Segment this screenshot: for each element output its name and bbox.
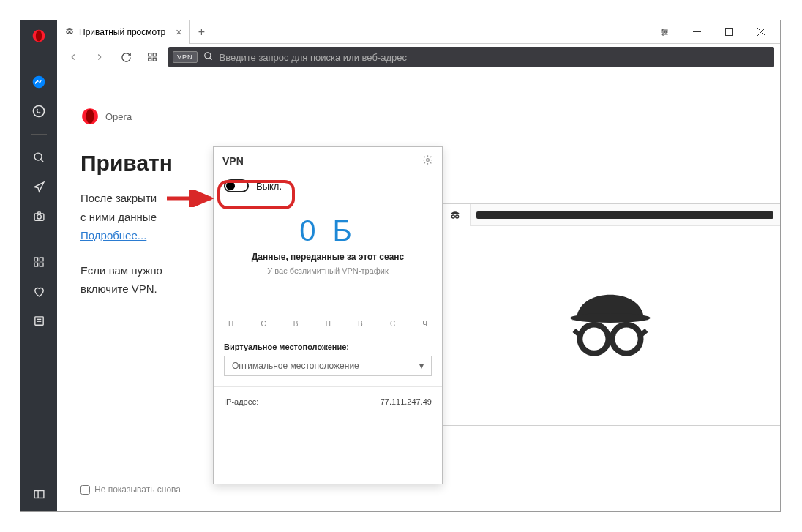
- search-icon[interactable]: [29, 149, 49, 165]
- svg-point-34: [204, 52, 210, 58]
- svg-rect-15: [34, 490, 44, 498]
- left-sidebar: [20, 20, 57, 511]
- svg-rect-11: [40, 263, 43, 266]
- svg-point-25: [662, 33, 664, 34]
- speeddial-button[interactable]: [142, 47, 162, 67]
- vpn-chart: П С В П В С Ч: [224, 312, 432, 328]
- news-icon[interactable]: [29, 312, 49, 329]
- vpn-toggle[interactable]: [224, 179, 249, 192]
- tab-private[interactable]: Приватный просмотр ×: [57, 20, 190, 44]
- opera-brand: Opera: [80, 107, 780, 126]
- browser-window: Приватный просмотр × + VPN Введите запро…: [20, 20, 781, 512]
- svg-point-4: [34, 153, 42, 160]
- svg-point-37: [86, 109, 94, 124]
- easy-setup-icon[interactable]: [650, 23, 679, 42]
- sidebar-separator: [31, 134, 47, 135]
- svg-rect-32: [149, 58, 151, 61]
- vpn-data-amount: 0 Б: [214, 214, 442, 247]
- svg-rect-31: [153, 53, 156, 56]
- tab-close-icon[interactable]: ×: [176, 26, 181, 38]
- gear-icon[interactable]: [422, 154, 433, 168]
- address-bar[interactable]: VPN Введите запрос для поиска или веб-ад…: [168, 47, 774, 67]
- svg-point-41: [570, 313, 650, 323]
- day-label: В: [358, 320, 363, 328]
- svg-point-7: [37, 214, 41, 219]
- day-label: П: [228, 320, 233, 328]
- heart-icon[interactable]: [29, 283, 49, 299]
- ip-value: 77.111.247.49: [381, 397, 432, 406]
- dont-show-input[interactable]: [80, 485, 90, 495]
- new-tab-button[interactable]: +: [190, 26, 213, 39]
- vpn-popup: VPN Выкл. 0 Б Данные, переданные за этот…: [213, 146, 443, 484]
- send-icon[interactable]: [29, 179, 49, 195]
- svg-point-24: [665, 31, 667, 32]
- svg-point-3: [34, 106, 45, 117]
- titlebar: Приватный просмотр × +: [57, 20, 780, 44]
- brand-label: Opera: [105, 111, 132, 122]
- back-button[interactable]: [63, 47, 83, 67]
- svg-point-18: [70, 31, 73, 34]
- page-content: Opera Приватн После закрыти с ними данны…: [57, 70, 780, 511]
- day-label: В: [293, 320, 299, 328]
- more-link[interactable]: Подробнее...: [80, 229, 146, 241]
- chevron-down-icon: ▾: [419, 361, 424, 371]
- svg-line-5: [40, 159, 43, 162]
- svg-line-35: [209, 57, 211, 59]
- whatsapp-icon[interactable]: [29, 103, 49, 119]
- day-label: С: [261, 320, 266, 328]
- maximize-button[interactable]: [714, 23, 743, 42]
- ip-label: IP-адрес:: [224, 397, 258, 406]
- illustration-window: [439, 203, 780, 426]
- close-button[interactable]: [746, 23, 776, 42]
- svg-point-46: [427, 159, 430, 162]
- address-placeholder: Введите запрос для поиска или веб-адрес: [220, 52, 407, 63]
- vpn-data-label: Данные, переданные за этот сеанс: [214, 252, 442, 262]
- vpn-toggle-label: Выкл.: [256, 181, 282, 192]
- svg-point-23: [662, 29, 664, 30]
- tab-title: Приватный просмотр: [79, 27, 165, 37]
- svg-rect-10: [34, 263, 38, 266]
- toolbar: VPN Введите запрос для поиска или веб-ад…: [57, 44, 780, 70]
- svg-point-43: [612, 325, 641, 353]
- reload-button[interactable]: [116, 47, 136, 67]
- illustration-urlbar: [476, 211, 773, 219]
- illustration-tabbar: [440, 204, 780, 226]
- illustration-tab: [440, 204, 471, 226]
- sidebar-separator: [31, 239, 47, 239]
- svg-point-42: [580, 325, 608, 353]
- svg-point-17: [67, 31, 70, 34]
- search-icon: [203, 51, 214, 64]
- vpn-location-select[interactable]: Оптимальное местоположение ▾: [224, 356, 432, 376]
- day-label: С: [390, 320, 395, 328]
- day-label: П: [326, 320, 331, 328]
- camera-icon[interactable]: [29, 208, 49, 224]
- svg-rect-33: [153, 58, 156, 61]
- vpn-location-label: Виртуальное местоположение:: [214, 328, 442, 356]
- messenger-icon[interactable]: [29, 74, 49, 90]
- svg-rect-8: [34, 258, 38, 261]
- svg-rect-30: [149, 53, 151, 56]
- panel-toggle-icon[interactable]: [29, 486, 49, 502]
- incognito-icon: [64, 26, 75, 38]
- svg-point-39: [455, 215, 458, 218]
- svg-rect-9: [40, 258, 43, 261]
- forward-button[interactable]: [89, 47, 110, 67]
- illustration-body: [440, 226, 780, 425]
- opera-logo-icon[interactable]: [29, 28, 49, 44]
- svg-rect-27: [725, 29, 732, 36]
- day-label: Ч: [422, 320, 427, 328]
- speeddial-icon[interactable]: [29, 254, 49, 270]
- vpn-title: VPN: [222, 155, 244, 167]
- incognito-illustration-icon: [563, 278, 658, 373]
- minimize-button[interactable]: [682, 23, 711, 42]
- dont-show-checkbox[interactable]: Не показывать снова: [80, 484, 181, 495]
- vpn-badge[interactable]: VPN: [173, 51, 198, 63]
- sidebar-separator: [31, 59, 47, 59]
- svg-point-38: [451, 215, 454, 218]
- main-area: Приватный просмотр × + VPN Введите запро…: [57, 20, 780, 511]
- vpn-unlimited-label: У вас безлимитный VPN-трафик: [214, 266, 442, 275]
- svg-point-1: [36, 31, 42, 42]
